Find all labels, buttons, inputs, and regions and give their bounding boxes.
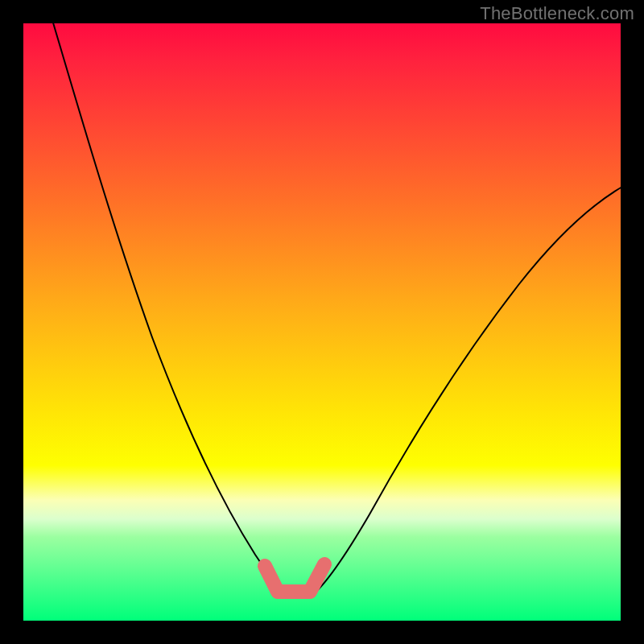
optimum-marker (265, 564, 324, 592)
bottleneck-chart (23, 23, 621, 621)
chart-frame: TheBottleneck.com (0, 0, 644, 644)
left-curve (52, 20, 287, 596)
watermark-text: TheBottleneck.com (480, 3, 634, 24)
curve-layer (23, 23, 621, 621)
right-curve (312, 187, 622, 596)
